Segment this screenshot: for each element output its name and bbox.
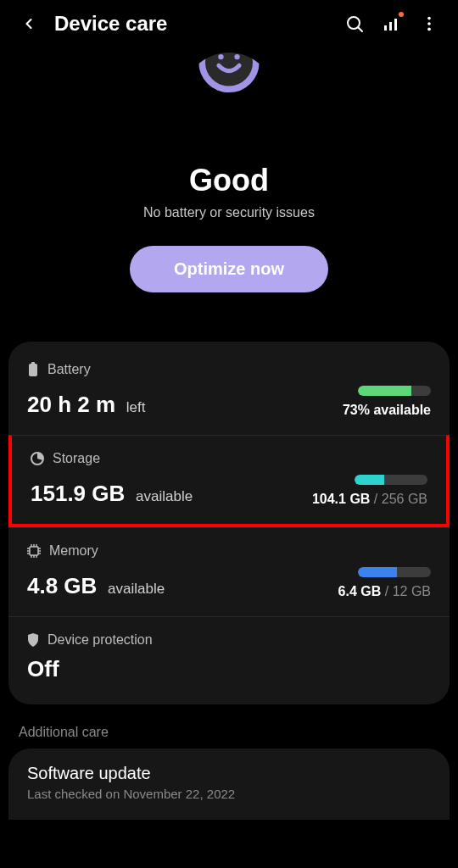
svg-rect-2 (384, 25, 387, 31)
more-button[interactable] (417, 12, 441, 36)
protection-label: Device protection (47, 632, 153, 648)
software-update-title: Software update (27, 764, 431, 783)
battery-bar (358, 386, 431, 396)
metrics-card: Battery 20 h 2 m left 73% available Stor… (8, 342, 450, 704)
signal-button[interactable] (380, 12, 404, 36)
battery-icon (27, 362, 39, 377)
battery-label: Battery (47, 362, 91, 377)
svg-rect-15 (30, 547, 38, 555)
battery-row[interactable]: Battery 20 h 2 m left 73% available (8, 347, 450, 435)
status-face (182, 53, 276, 146)
shield-icon (27, 633, 39, 647)
svg-point-6 (427, 22, 431, 25)
memory-label: Memory (49, 543, 98, 559)
svg-line-1 (359, 28, 363, 32)
svg-rect-13 (31, 362, 35, 364)
svg-point-5 (427, 17, 431, 20)
battery-available: 73% available (343, 403, 431, 418)
additional-care-label: Additional care (0, 704, 458, 748)
search-icon (344, 14, 365, 34)
svg-rect-3 (389, 22, 392, 31)
notification-dot-icon (399, 12, 404, 17)
more-vertical-icon (420, 14, 438, 33)
smiley-icon (182, 53, 276, 112)
memory-value: 4.8 GB available (27, 573, 165, 599)
status-title: Good (0, 163, 458, 198)
svg-rect-12 (29, 364, 37, 376)
svg-rect-4 (394, 19, 397, 31)
storage-label: Storage (53, 451, 100, 466)
app-header: Device care (0, 0, 458, 44)
storage-icon (31, 452, 44, 465)
signal-icon (382, 14, 402, 34)
page-title: Device care (54, 12, 329, 36)
protection-value: Off (27, 656, 431, 682)
memory-row[interactable]: Memory 4.8 GB available 6.4 GB / 12 GB (8, 527, 450, 616)
storage-usage: 104.1 GB / 256 GB (312, 492, 427, 507)
search-button[interactable] (343, 12, 366, 36)
storage-value: 151.9 GB available (31, 481, 193, 507)
svg-point-11 (234, 54, 239, 59)
optimize-button[interactable]: Optimize now (130, 246, 328, 292)
back-button[interactable] (17, 12, 41, 36)
status-subtitle: No battery or security issues (0, 205, 458, 220)
memory-usage: 6.4 GB / 12 GB (338, 584, 431, 599)
memory-bar (358, 567, 431, 577)
storage-row[interactable]: Storage 151.9 GB available 104.1 GB / 25… (8, 435, 450, 527)
chevron-left-icon (20, 15, 37, 32)
battery-value: 20 h 2 m left (27, 392, 145, 418)
svg-point-7 (427, 28, 431, 31)
software-update-row[interactable]: Software update Last checked on November… (8, 748, 450, 820)
software-update-subtitle: Last checked on November 22, 2022 (27, 787, 431, 801)
storage-bar (355, 475, 427, 485)
memory-icon (27, 544, 41, 558)
status-hero: Good No battery or security issues Optim… (0, 44, 458, 318)
svg-point-10 (218, 54, 223, 59)
protection-row[interactable]: Device protection Off (8, 616, 450, 699)
